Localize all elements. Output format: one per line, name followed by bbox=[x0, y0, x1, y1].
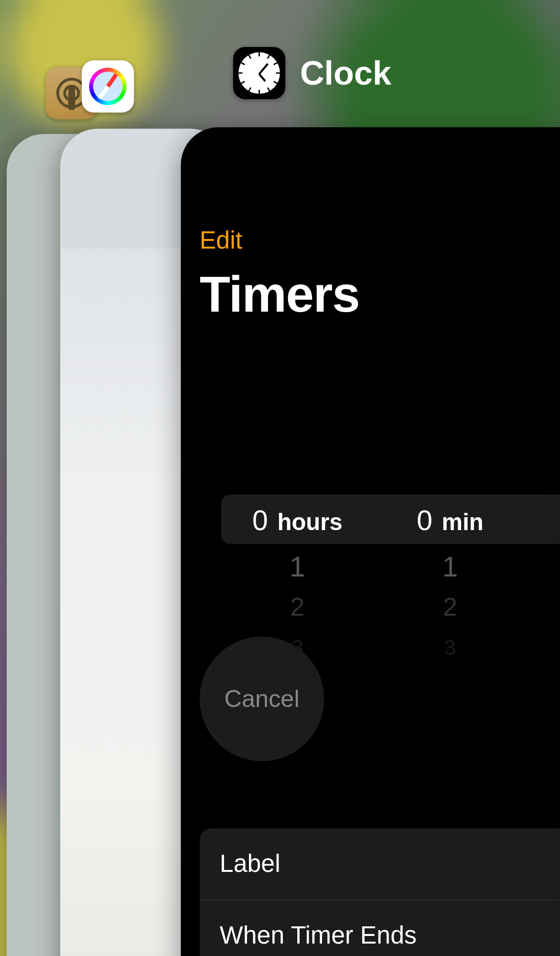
safari-icon bbox=[82, 60, 134, 112]
edit-button[interactable]: Edit bbox=[200, 227, 242, 255]
timer-options-list: Label When Timer Ends bbox=[200, 828, 560, 956]
page-title: Timers bbox=[200, 265, 359, 323]
when-timer-ends-row[interactable]: When Timer Ends bbox=[200, 900, 560, 956]
clock-app-label: Clock bbox=[300, 54, 391, 92]
svg-point-2 bbox=[68, 87, 75, 94]
picker-seconds-column[interactable]: 0 2 3 bbox=[527, 508, 560, 696]
app-card-clock[interactable]: Edit Timers 0hours 1 2 3 0min 1 2 3 0 2 … bbox=[181, 127, 560, 956]
label-row[interactable]: Label bbox=[200, 828, 560, 900]
app-switcher-item-clock[interactable]: Clock bbox=[233, 47, 391, 99]
picker-minutes-column[interactable]: 0min 1 2 3 bbox=[374, 508, 527, 696]
clock-app-icon bbox=[233, 47, 285, 99]
cancel-button[interactable]: Cancel bbox=[200, 637, 324, 761]
